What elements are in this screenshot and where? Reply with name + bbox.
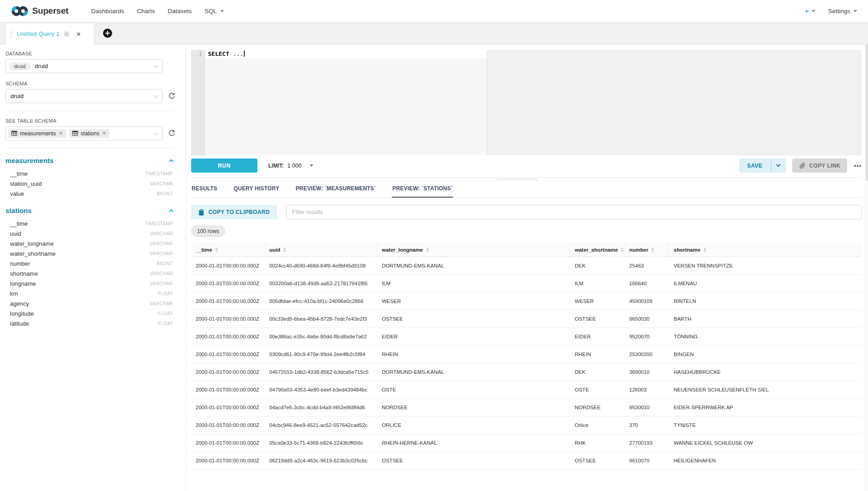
cell-time: 2000-01-01T00:00:00.000Z [191, 346, 265, 363]
results-table-header: __timeuuidwater_longnamewater_shortnamen… [191, 243, 862, 257]
cell-uuid: 04572010-1db2-4338-8562-b3dca5e715c5 [265, 363, 377, 381]
cell-time: 2000-01-01T00:00:00.000Z [191, 434, 265, 451]
chevron-down-icon [220, 10, 224, 12]
tab-query-history[interactable]: QUERY HISTORY [233, 181, 280, 198]
cell-number: 45900109 [625, 293, 669, 310]
table-chip-stations[interactable]: stations✕ [69, 129, 110, 138]
copy-link-button[interactable]: COPY LINK [792, 159, 848, 173]
add-tab-button[interactable] [103, 29, 112, 38]
content: DATABASE druid druid SCHEMA druid [0, 45, 868, 491]
more-actions-button[interactable]: ••• [854, 162, 862, 169]
schema-column-row: water_longnameVARCHAR [5, 238, 173, 248]
tab-preview-stations[interactable]: PREVIEW: `STATIONS` [392, 181, 453, 198]
cell-uuid: 05ca0e33-5c71-4368-b824-2243fcff656c [265, 434, 377, 451]
tab-untitled-query-1[interactable]: Untitled Query 1 × [5, 23, 94, 45]
column-header-uuid[interactable]: uuid [265, 243, 377, 257]
column-header-label: water_shortname [575, 247, 618, 253]
nav-item-datasets[interactable]: Datasets [161, 0, 198, 22]
schema-table-header-stations[interactable]: stations [5, 207, 173, 214]
column-header-label: __time [196, 247, 212, 253]
tab-results[interactable]: RESULTS [191, 181, 218, 198]
cell-time: 2000-01-01T00:00:00.000Z [191, 363, 265, 381]
cell-time: 2000-01-01T00:00:00.000Z [191, 381, 265, 398]
cell-water-shortname: ILM [570, 275, 625, 292]
table-icon [11, 131, 17, 136]
sql-editor[interactable]: 1 SELECT ... [191, 50, 862, 155]
column-name: water_shortname [10, 250, 55, 257]
scrollbar-thumb[interactable] [866, 45, 868, 181]
cell-shortname: HASEHUBBRÜCKE [669, 363, 862, 381]
schema-table-header-measurements[interactable]: measurements [5, 157, 173, 164]
nav-item-charts[interactable]: Charts [131, 0, 162, 22]
table-chips: measurements✕stations✕ [8, 129, 112, 138]
column-header-number[interactable]: number [625, 243, 669, 257]
superset-logo[interactable]: Superset [11, 5, 69, 17]
filter-results-input[interactable] [286, 205, 862, 219]
cell-water-longname: DORTMUND-EMS-KANAL [377, 363, 570, 381]
remove-chip-icon[interactable]: ✕ [102, 130, 106, 136]
chevron-up-icon[interactable] [169, 159, 174, 164]
cell-uuid: 0024cc40-d690-468d-84f9-4e9bf45d9108 [265, 257, 377, 274]
table-row: 2000-01-01T00:00:00.000Z0309cd61-90c9-47… [191, 346, 862, 363]
schema-table-stations: stations__timeTIMESTAMPuuidVARCHARwater_… [5, 207, 173, 328]
nav-item-sql[interactable]: SQL [198, 0, 230, 22]
table-schema-group: SEE TABLE SCHEMA measurements✕stations✕ [5, 118, 173, 140]
new-item-button[interactable]: + [804, 7, 815, 15]
column-header-label: uuid [269, 247, 280, 253]
table-chip-measurements[interactable]: measurements✕ [8, 129, 66, 138]
cell-uuid: 0309cd61-90c9-470e-99d4-2ee4fb2c5f84 [265, 346, 377, 363]
schema-column-row: __timeTIMESTAMP [5, 218, 173, 228]
chevron-up-icon[interactable] [169, 209, 174, 214]
column-header-water-shortname[interactable]: water_shortname [570, 243, 625, 257]
database-select[interactable]: druid druid [5, 59, 163, 73]
column-header-water-longname[interactable]: water_longname [377, 243, 570, 257]
code-line: SELECT ... [205, 50, 487, 58]
schema-column-row: valueBIGINT [5, 188, 173, 198]
navbar-right: + Settings [804, 7, 857, 15]
limit-value: 1 000 [287, 163, 301, 169]
cell-shortname: ILMENAU [669, 275, 862, 292]
vertical-scrollbar [865, 45, 868, 491]
cell-water-shortname: RHK [570, 434, 625, 451]
drag-handle-icon[interactable] [10, 32, 11, 33]
remove-chip-icon[interactable]: ✕ [59, 130, 63, 136]
nav-item-dashboards[interactable]: Dashboards [85, 0, 131, 22]
refresh-tables-button[interactable] [168, 129, 176, 137]
copy-to-clipboard-button[interactable]: COPY TO CLIPBOARD [191, 205, 277, 219]
refresh-schemas-button[interactable] [168, 92, 176, 100]
table-row: 2000-01-01T00:00:00.000Z003200ab-d138-49… [191, 275, 862, 293]
save-options-button[interactable] [771, 159, 786, 173]
cell-water-longname: EIDER [377, 328, 570, 345]
sql-code-rest: ... [229, 50, 243, 57]
cell-time: 2000-01-01T00:00:00.000Z [191, 417, 265, 434]
editor-gutter: 1 [191, 50, 205, 155]
database-select-value: druid [35, 63, 48, 69]
column-header-time[interactable]: __time [191, 243, 265, 257]
schema-label: SCHEMA [5, 81, 173, 86]
save-button[interactable]: SAVE [739, 159, 771, 173]
column-name: latitude [10, 320, 29, 327]
schema-column-row: water_shortnameVARCHAR [5, 248, 173, 258]
schema-select[interactable]: druid [5, 89, 163, 103]
cell-water-shortname: OSTSEE [570, 310, 625, 327]
limit-dropdown[interactable]: LIMIT: 1 000 [268, 163, 313, 169]
tab-preview-measurements[interactable]: PREVIEW: `MEASUREMENTS` [295, 181, 376, 198]
superset-infinity-icon [11, 5, 29, 17]
run-button[interactable]: RUN [191, 159, 257, 173]
close-tab-icon[interactable]: × [77, 30, 80, 38]
sql-keyword: SELECT [208, 50, 229, 57]
column-header-shortname[interactable]: shortname [669, 243, 862, 257]
column-type: FLOAT [158, 321, 173, 326]
splitter-grip[interactable] [497, 179, 538, 180]
settings-menu[interactable]: Settings [828, 8, 857, 15]
table-row: 2000-01-01T00:00:00.000Z06219dd9-a2c4-46… [191, 452, 862, 470]
paperclip-icon [799, 162, 806, 169]
column-name: agency [10, 300, 29, 307]
table-schema-select[interactable]: measurements✕stations✕ [5, 126, 163, 140]
chevron-down-icon [310, 164, 313, 167]
schema-select-value: druid [10, 93, 24, 99]
clipboard-icon [198, 209, 204, 216]
sort-icon [283, 248, 286, 252]
main-menu: DashboardsChartsDatasetsSQL [85, 0, 230, 22]
column-type: VARCHAR [150, 271, 173, 276]
